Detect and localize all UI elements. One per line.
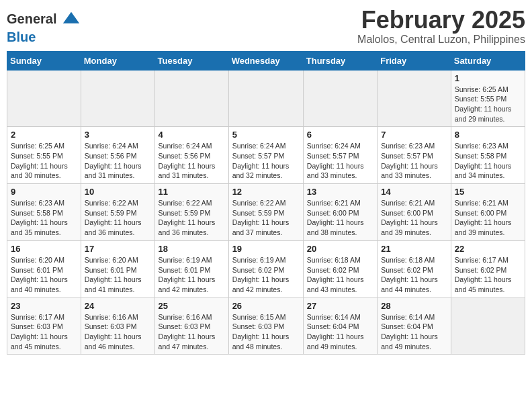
- day-cell: 16Sunrise: 6:20 AM Sunset: 6:01 PM Dayli…: [7, 240, 81, 298]
- day-number: 8: [455, 130, 521, 140]
- day-cell: 14Sunrise: 6:21 AM Sunset: 6:00 PM Dayli…: [378, 184, 451, 241]
- col-header-friday: Friday: [378, 51, 451, 70]
- day-cell: 6Sunrise: 6:24 AM Sunset: 5:57 PM Daylig…: [303, 127, 377, 184]
- day-number: 14: [381, 187, 447, 197]
- col-header-saturday: Saturday: [451, 51, 525, 70]
- day-cell: 24Sunrise: 6:16 AM Sunset: 6:03 PM Dayli…: [81, 298, 154, 355]
- day-cell: 11Sunrise: 6:22 AM Sunset: 5:59 PM Dayli…: [154, 184, 228, 241]
- day-cell: 20Sunrise: 6:18 AM Sunset: 6:02 PM Dayli…: [303, 240, 377, 298]
- day-number: 5: [232, 130, 300, 140]
- week-row-3: 9Sunrise: 6:23 AM Sunset: 5:58 PM Daylig…: [7, 184, 525, 241]
- day-info: Sunrise: 6:22 AM Sunset: 5:59 PM Dayligh…: [232, 198, 300, 238]
- day-info: Sunrise: 6:24 AM Sunset: 5:56 PM Dayligh…: [85, 141, 151, 181]
- col-header-sunday: Sunday: [7, 51, 81, 70]
- title-block: February 2025 Malolos, Central Luzon, Ph…: [357, 7, 525, 46]
- day-number: 16: [11, 244, 77, 254]
- day-cell: 12Sunrise: 6:22 AM Sunset: 5:59 PM Dayli…: [228, 184, 303, 241]
- day-info: Sunrise: 6:16 AM Sunset: 6:03 PM Dayligh…: [159, 312, 225, 352]
- day-info: Sunrise: 6:25 AM Sunset: 5:55 PM Dayligh…: [11, 141, 77, 181]
- day-cell: 17Sunrise: 6:20 AM Sunset: 6:01 PM Dayli…: [81, 240, 154, 298]
- week-row-5: 23Sunrise: 6:17 AM Sunset: 6:03 PM Dayli…: [7, 298, 525, 355]
- day-info: Sunrise: 6:18 AM Sunset: 6:02 PM Dayligh…: [307, 255, 373, 295]
- day-cell: 5Sunrise: 6:24 AM Sunset: 5:57 PM Daylig…: [228, 127, 303, 184]
- day-cell: [378, 70, 451, 127]
- day-info: Sunrise: 6:23 AM Sunset: 5:58 PM Dayligh…: [11, 198, 77, 238]
- day-info: Sunrise: 6:15 AM Sunset: 6:03 PM Dayligh…: [232, 312, 300, 352]
- day-info: Sunrise: 6:24 AM Sunset: 5:57 PM Dayligh…: [307, 141, 373, 181]
- day-cell: 15Sunrise: 6:21 AM Sunset: 6:00 PM Dayli…: [451, 184, 525, 241]
- day-cell: 8Sunrise: 6:23 AM Sunset: 5:58 PM Daylig…: [451, 127, 525, 184]
- svg-marker-0: [63, 12, 79, 24]
- day-number: 6: [307, 130, 373, 140]
- day-number: 11: [159, 187, 225, 197]
- day-info: Sunrise: 6:16 AM Sunset: 6:03 PM Dayligh…: [85, 312, 151, 352]
- day-number: 23: [11, 301, 77, 311]
- day-number: 3: [85, 130, 151, 140]
- day-number: 7: [381, 130, 447, 140]
- day-number: 9: [11, 187, 77, 197]
- day-cell: 2Sunrise: 6:25 AM Sunset: 5:55 PM Daylig…: [7, 127, 81, 184]
- day-number: 28: [381, 301, 447, 311]
- day-cell: [451, 298, 525, 355]
- day-number: 19: [232, 244, 300, 254]
- day-info: Sunrise: 6:21 AM Sunset: 6:00 PM Dayligh…: [381, 198, 447, 238]
- day-cell: 19Sunrise: 6:19 AM Sunset: 6:02 PM Dayli…: [228, 240, 303, 298]
- day-cell: 10Sunrise: 6:22 AM Sunset: 5:59 PM Dayli…: [81, 184, 154, 241]
- day-info: Sunrise: 6:21 AM Sunset: 6:00 PM Dayligh…: [307, 198, 373, 238]
- day-info: Sunrise: 6:23 AM Sunset: 5:58 PM Dayligh…: [455, 141, 521, 181]
- day-number: 10: [85, 187, 151, 197]
- day-info: Sunrise: 6:25 AM Sunset: 5:55 PM Dayligh…: [455, 85, 521, 124]
- logo-blue: Blue: [7, 30, 81, 44]
- day-cell: 7Sunrise: 6:23 AM Sunset: 5:57 PM Daylig…: [378, 127, 451, 184]
- day-info: Sunrise: 6:21 AM Sunset: 6:00 PM Dayligh…: [455, 198, 521, 238]
- day-info: Sunrise: 6:22 AM Sunset: 5:59 PM Dayligh…: [159, 198, 225, 238]
- day-number: 13: [307, 187, 373, 197]
- day-cell: [7, 70, 81, 127]
- col-header-tuesday: Tuesday: [154, 51, 228, 70]
- calendar-table: SundayMondayTuesdayWednesdayThursdayFrid…: [7, 51, 525, 355]
- day-cell: 18Sunrise: 6:19 AM Sunset: 6:01 PM Dayli…: [154, 240, 228, 298]
- header: General Blue February 2025 Malolos, Cent…: [7, 7, 525, 46]
- month-title: February 2025: [357, 7, 525, 34]
- location-title: Malolos, Central Luzon, Philippines: [357, 34, 525, 46]
- day-cell: 13Sunrise: 6:21 AM Sunset: 6:00 PM Dayli…: [303, 184, 377, 241]
- day-cell: [228, 70, 303, 127]
- day-info: Sunrise: 6:14 AM Sunset: 6:04 PM Dayligh…: [381, 312, 447, 352]
- day-number: 27: [307, 301, 373, 311]
- day-number: 24: [85, 301, 151, 311]
- day-cell: 25Sunrise: 6:16 AM Sunset: 6:03 PM Dayli…: [154, 298, 228, 355]
- week-row-2: 2Sunrise: 6:25 AM Sunset: 5:55 PM Daylig…: [7, 127, 525, 184]
- day-number: 12: [232, 187, 300, 197]
- calendar-header-row: SundayMondayTuesdayWednesdayThursdayFrid…: [7, 51, 525, 70]
- day-info: Sunrise: 6:14 AM Sunset: 6:04 PM Dayligh…: [307, 312, 373, 352]
- day-info: Sunrise: 6:18 AM Sunset: 6:02 PM Dayligh…: [381, 255, 447, 295]
- day-number: 22: [455, 244, 521, 254]
- day-cell: 28Sunrise: 6:14 AM Sunset: 6:04 PM Dayli…: [378, 298, 451, 355]
- day-cell: 3Sunrise: 6:24 AM Sunset: 5:56 PM Daylig…: [81, 127, 154, 184]
- day-cell: 21Sunrise: 6:18 AM Sunset: 6:02 PM Dayli…: [378, 240, 451, 298]
- day-number: 20: [307, 244, 373, 254]
- week-row-4: 16Sunrise: 6:20 AM Sunset: 6:01 PM Dayli…: [7, 240, 525, 298]
- day-number: 2: [11, 130, 77, 140]
- day-info: Sunrise: 6:20 AM Sunset: 6:01 PM Dayligh…: [11, 255, 77, 295]
- day-cell: 9Sunrise: 6:23 AM Sunset: 5:58 PM Daylig…: [7, 184, 81, 241]
- day-number: 17: [85, 244, 151, 254]
- day-info: Sunrise: 6:24 AM Sunset: 5:56 PM Dayligh…: [159, 141, 225, 181]
- day-number: 18: [159, 244, 225, 254]
- day-number: 4: [159, 130, 225, 140]
- day-cell: 26Sunrise: 6:15 AM Sunset: 6:03 PM Dayli…: [228, 298, 303, 355]
- day-cell: [303, 70, 377, 127]
- day-cell: 22Sunrise: 6:17 AM Sunset: 6:02 PM Dayli…: [451, 240, 525, 298]
- day-info: Sunrise: 6:17 AM Sunset: 6:03 PM Dayligh…: [11, 312, 77, 352]
- day-cell: 23Sunrise: 6:17 AM Sunset: 6:03 PM Dayli…: [7, 298, 81, 355]
- day-cell: 4Sunrise: 6:24 AM Sunset: 5:56 PM Daylig…: [154, 127, 228, 184]
- col-header-thursday: Thursday: [303, 51, 377, 70]
- day-number: 25: [159, 301, 225, 311]
- day-cell: [81, 70, 154, 127]
- day-info: Sunrise: 6:24 AM Sunset: 5:57 PM Dayligh…: [232, 141, 300, 181]
- day-info: Sunrise: 6:19 AM Sunset: 6:02 PM Dayligh…: [232, 255, 300, 295]
- day-info: Sunrise: 6:17 AM Sunset: 6:02 PM Dayligh…: [455, 255, 521, 295]
- day-info: Sunrise: 6:20 AM Sunset: 6:01 PM Dayligh…: [85, 255, 151, 295]
- day-number: 1: [455, 73, 521, 83]
- day-info: Sunrise: 6:23 AM Sunset: 5:57 PM Dayligh…: [381, 141, 447, 181]
